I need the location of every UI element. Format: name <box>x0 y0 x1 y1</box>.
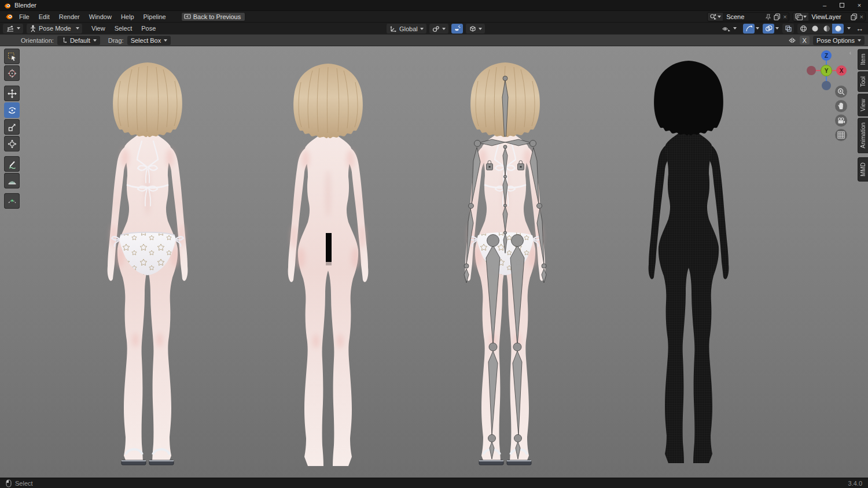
menu-render[interactable]: Render <box>54 12 84 21</box>
gizmo-caret-icon[interactable] <box>756 27 759 29</box>
overlays-icon <box>765 25 773 32</box>
snap-magnet-icon <box>453 25 461 32</box>
viewlayer-browse-button[interactable] <box>793 13 808 21</box>
drag-dropdown[interactable]: Select Box <box>127 36 171 45</box>
xray-toggle[interactable] <box>782 24 794 34</box>
minimize-button[interactable]: – <box>816 0 833 10</box>
show-object-types-dropdown[interactable] <box>719 24 740 34</box>
model-textured-censored[interactable] <box>288 64 369 466</box>
show-gizmo-toggle[interactable] <box>743 24 755 34</box>
zoom-button[interactable] <box>835 86 847 98</box>
tool-measure[interactable] <box>4 173 20 188</box>
transform-cluster: Global <box>387 24 485 34</box>
toolbar <box>4 49 20 210</box>
tool-transform[interactable] <box>4 136 20 151</box>
model-wireframe-dark[interactable] <box>649 61 729 463</box>
pose-options-label: Pose Options <box>816 37 855 44</box>
scene-browse-button[interactable] <box>708 13 723 21</box>
zoom-icon <box>837 88 845 95</box>
toggle-grid-button[interactable] <box>835 129 847 141</box>
back-to-previous-label: Back to Previous <box>193 13 241 20</box>
viewlayer-icon <box>795 13 803 20</box>
gizmo-axis-z[interactable]: Z <box>821 50 832 61</box>
gizmo-axis-y[interactable]: Y <box>821 65 832 76</box>
tab-animation[interactable]: Animation <box>858 117 868 153</box>
gizmo-axis-neg-x[interactable] <box>807 66 816 75</box>
status-keymap-hint: Select <box>15 480 33 487</box>
viewport-nav-buttons <box>835 86 847 141</box>
overlays-caret-icon[interactable] <box>775 27 779 29</box>
camera-view-button[interactable] <box>835 114 847 127</box>
editor-type-button[interactable] <box>3 24 23 34</box>
viewport-3d[interactable]: Z X Y ‹ <box>0 46 868 478</box>
tab-item[interactable]: Item <box>858 49 868 70</box>
tool-rotate[interactable] <box>4 102 20 118</box>
mirror-x-toggle[interactable]: X <box>800 36 810 45</box>
menu-window[interactable]: Window <box>84 12 116 21</box>
pose-breakdowner-icon <box>8 197 17 206</box>
shading-wireframe-button[interactable] <box>797 24 809 34</box>
orientation-default-dropdown[interactable]: Default <box>57 36 100 45</box>
back-to-previous-button[interactable]: Back to Previous <box>181 12 246 21</box>
unlink-scene-button[interactable]: × <box>783 13 786 20</box>
menu-pose[interactable]: Pose <box>137 24 160 33</box>
maximize-button[interactable] <box>833 0 851 10</box>
model-armature-overlay[interactable] <box>464 62 546 465</box>
new-scene-copy-icon[interactable] <box>774 13 781 20</box>
maximize-icon <box>840 3 844 8</box>
pose-options-dropdown[interactable]: Pose Options <box>813 36 865 45</box>
shading-material-button[interactable] <box>821 24 832 34</box>
pivot-point-dropdown[interactable] <box>429 24 448 34</box>
expand-header-icon[interactable]: ↔ <box>854 24 865 33</box>
shading-caret-icon[interactable] <box>847 27 851 29</box>
proportional-cube-icon <box>469 25 476 32</box>
tweak-select-icon <box>8 52 17 61</box>
mirror-x-label: X <box>803 37 807 44</box>
scene-name-field[interactable]: Scene <box>723 13 763 20</box>
scene-caret-icon <box>718 16 721 18</box>
gizmo-axis-neg-z[interactable] <box>822 81 831 90</box>
camera-icon <box>837 117 845 124</box>
proportional-editing-dropdown[interactable] <box>466 24 485 34</box>
tab-mmd[interactable]: MMD <box>858 157 868 182</box>
remove-viewlayer-button[interactable]: × <box>860 13 863 20</box>
proportional-caret-icon <box>479 28 482 30</box>
model-textured-bikini[interactable] <box>108 62 188 465</box>
tool-move[interactable] <box>4 86 20 101</box>
show-overlays-toggle[interactable] <box>763 24 774 34</box>
menu-select[interactable]: Select <box>110 24 137 33</box>
pivot-point-icon <box>432 25 440 32</box>
drag-caret-icon <box>164 39 167 42</box>
pin-icon[interactable] <box>765 14 771 20</box>
editor-type-caret-icon <box>17 27 20 29</box>
tool-pose-breakdowner[interactable] <box>4 193 20 209</box>
close-button[interactable]: × <box>851 0 868 10</box>
menu-view[interactable]: View <box>87 24 110 33</box>
blender-logo-icon <box>3 2 11 9</box>
tool-annotate[interactable] <box>4 156 20 172</box>
tab-view[interactable]: View <box>858 94 868 117</box>
orientation-caret-icon <box>420 28 424 30</box>
gizmo-axis-x[interactable]: X <box>836 65 847 76</box>
tool-scale[interactable] <box>4 119 20 135</box>
transform-orientation-dropdown[interactable]: Global <box>387 24 426 34</box>
shading-mode-group <box>797 24 844 34</box>
sidebar-collapse-arrow[interactable]: ‹ <box>849 50 851 56</box>
tool-cursor[interactable] <box>4 65 20 81</box>
menu-pipeline[interactable]: Pipeline <box>139 12 171 21</box>
tab-tool[interactable]: Tool <box>858 71 868 92</box>
mode-dropdown[interactable]: Pose Mode <box>27 24 82 34</box>
menu-file[interactable]: File <box>14 12 34 21</box>
blender-menu-icon[interactable] <box>5 13 13 20</box>
snap-toggle-button[interactable] <box>451 24 463 34</box>
menubar: File Edit Render Window Help Pipeline Ba… <box>0 10 868 22</box>
menu-edit[interactable]: Edit <box>34 12 54 21</box>
shading-rendered-button[interactable] <box>832 24 844 34</box>
pan-hand-button[interactable] <box>835 100 847 112</box>
new-viewlayer-copy-icon[interactable] <box>851 13 858 20</box>
tool-tweak-select[interactable] <box>4 49 20 64</box>
viewlayer-name-field[interactable]: ViewLayer <box>808 13 849 20</box>
menu-help[interactable]: Help <box>116 12 139 21</box>
tool-settings-bar: Orientation: Default Drag: Select Box X … <box>0 34 868 46</box>
shading-solid-button[interactable] <box>809 24 821 34</box>
